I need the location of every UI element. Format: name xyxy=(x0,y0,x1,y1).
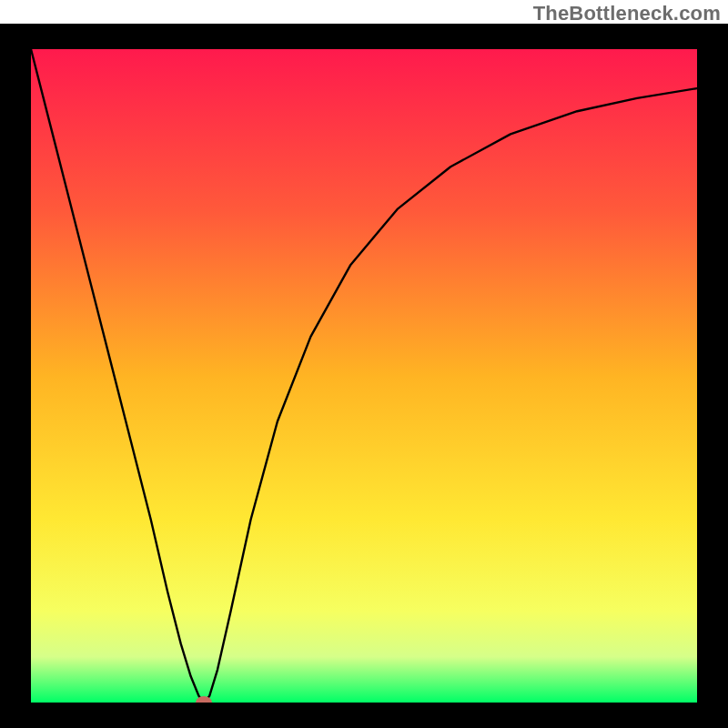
minimum-marker xyxy=(196,696,212,703)
frame-border-bottom xyxy=(0,703,728,728)
curve-layer xyxy=(31,49,697,703)
bottleneck-curve xyxy=(31,49,697,703)
frame-border-right xyxy=(697,24,728,728)
frame-border-left xyxy=(0,24,31,728)
plot-area xyxy=(31,49,697,703)
chart-frame: TheBottleneck.com xyxy=(0,0,728,728)
watermark-text: TheBottleneck.com xyxy=(533,2,721,25)
frame-border-top xyxy=(0,24,728,49)
